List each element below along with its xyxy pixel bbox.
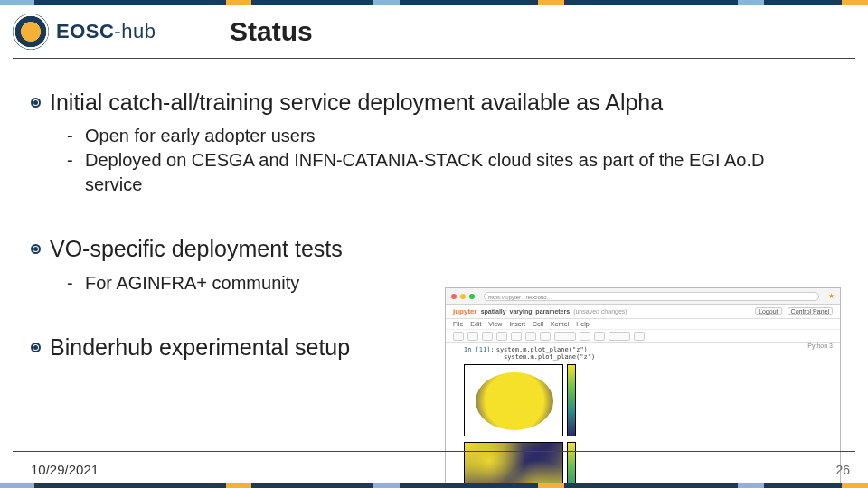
sub-text: Open for early adopter users [85,124,316,148]
in-label: In [11]: [464,346,495,353]
notebook-state: (unsaved changes) [573,308,627,314]
dash-icon: - [67,124,76,147]
code-line-2: system.m.plot_plane("z") [504,353,595,361]
bullet-1-text: Initial catch-all/training service deplo… [50,89,663,117]
brand-suffix: -hub [114,20,156,42]
add-cell-icon [467,332,478,341]
jupyter-toolbar [446,330,840,343]
restart-icon [594,332,605,341]
menu-cell: Cell [533,321,543,327]
control-panel-button: Control Panel [788,307,833,315]
command-icon [634,332,645,341]
jupyter-logo-icon: jupyter [453,307,477,315]
footer: 10/29/2021 26 [31,462,850,477]
address-bar: https://jupyter…fedcloud… [484,292,819,301]
dash-icon: - [67,148,76,172]
header: EOSC-hub Status [0,5,868,58]
stop-icon [580,332,590,341]
menu-help: Help [576,321,589,327]
menu-kernel: Kernel [551,321,569,327]
sub-item: - Deployed on CESGA and INFN-CATANIA-STA… [67,148,850,197]
window-close-icon [451,294,457,299]
slide-body: Initial catch-all/training service deplo… [31,89,850,434]
sub-text: Deployed on CESGA and INFN-CATANIA-STACK… [85,148,790,197]
paste-icon [511,332,522,341]
menu-insert: Insert [509,321,525,327]
window-min-icon [460,294,466,299]
run-icon [554,332,576,341]
bullet-3-text: Binderhub experimental setup [50,333,350,361]
kernel-indicator: Python 3 [807,343,833,349]
notebook-name: spatially_varying_parameters [481,308,570,314]
code-line-1: system.m.plot_plane("z") [496,346,588,353]
page-number: 26 [835,463,850,477]
bullet-1-subs: - Open for early adopter users - Deploye… [67,124,850,197]
bookmark-icon: ★ [828,292,835,300]
celltype-select [609,332,630,341]
slide: EOSC-hub Status Initial catch-all/traini… [0,0,868,488]
brand-logo: EOSC-hub [13,12,175,52]
browser-chrome: https://jupyter…fedcloud… ★ [446,288,840,305]
brand-text: EOSC-hub [56,20,156,43]
down-icon [540,332,551,341]
dash-icon: - [67,271,76,295]
cut-icon [482,332,493,341]
menu-file: File [453,321,463,327]
window-max-icon [469,294,475,299]
sub-text: For AGINFRA+ community [85,271,299,296]
footer-date: 10/29/2021 [31,462,99,477]
logout-button: Logout [755,307,781,315]
bullet-2-text: VO-specific deployment tests [50,235,343,263]
plot-1 [464,364,563,436]
menu-view: View [488,321,502,327]
header-rule [13,58,855,59]
brand-prefix: EOSC [56,20,114,42]
copy-icon [496,332,507,341]
up-icon [525,332,536,341]
colorbar-1 [567,364,576,436]
bullet-icon [31,244,41,254]
eosc-logo-icon [13,14,49,50]
slide-title: Status [230,16,313,47]
embedded-screenshot: https://jupyter…fedcloud… ★ jupyter spat… [445,287,841,488]
footer-rule [13,451,855,452]
bullet-2: VO-specific deployment tests [31,235,850,263]
bottom-color-strip [0,483,868,488]
jupyter-menu: FileEditViewInsertCellKernelHelp [446,319,840,330]
save-icon [453,332,464,341]
menu-edit: Edit [470,321,481,327]
jupyter-header: jupyter spatially_varying_parameters (un… [446,305,840,319]
bullet-icon [31,343,41,352]
bullet-icon [31,98,41,108]
sub-item: - Open for early adopter users [67,124,850,148]
bullet-1: Initial catch-all/training service deplo… [31,89,850,117]
